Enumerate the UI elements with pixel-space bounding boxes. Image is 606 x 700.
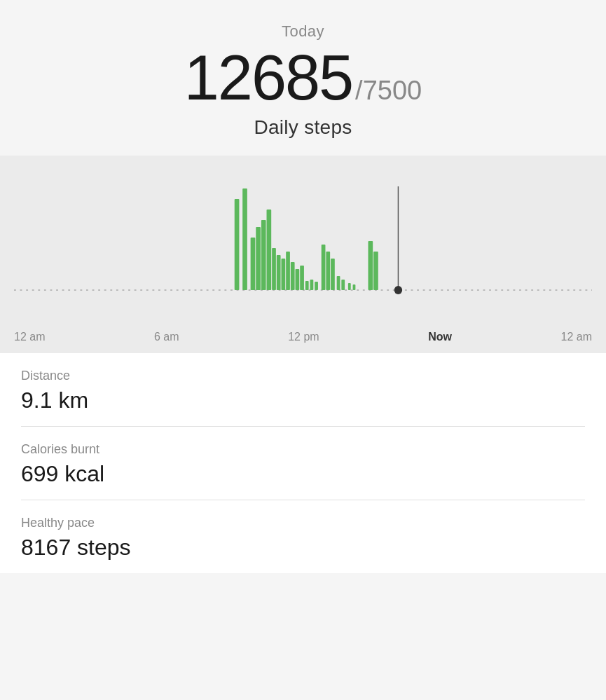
svg-rect-5 xyxy=(261,220,266,290)
svg-rect-20 xyxy=(337,276,340,290)
header-section: Today 12685 /7500 Daily steps xyxy=(0,0,606,156)
time-label-6am: 6 am xyxy=(154,331,179,343)
svg-rect-16 xyxy=(315,282,318,290)
calories-value: 699 kcal xyxy=(21,461,585,487)
time-label-noon: 12 pm xyxy=(288,331,319,343)
steps-count: 12685 /7500 xyxy=(14,46,592,109)
steps-chart xyxy=(14,179,592,306)
svg-rect-21 xyxy=(341,280,345,290)
svg-rect-6 xyxy=(267,210,272,290)
stat-calories: Calories burnt 699 kcal xyxy=(21,427,585,500)
svg-rect-24 xyxy=(368,241,373,290)
svg-rect-15 xyxy=(310,280,314,290)
svg-rect-11 xyxy=(291,262,295,290)
svg-rect-19 xyxy=(331,259,335,290)
stat-distance: Distance 9.1 km xyxy=(21,353,585,426)
svg-rect-3 xyxy=(251,238,256,290)
today-label: Today xyxy=(14,22,592,41)
calories-label: Calories burnt xyxy=(21,442,585,457)
distance-value: 9.1 km xyxy=(21,387,585,413)
svg-rect-22 xyxy=(348,283,351,290)
svg-rect-13 xyxy=(300,266,304,290)
steps-label: Daily steps xyxy=(14,116,592,139)
chart-container xyxy=(0,172,606,327)
steps-goal-value: /7500 xyxy=(355,76,422,106)
svg-rect-1 xyxy=(235,199,240,290)
healthy-pace-label: Healthy pace xyxy=(21,516,585,530)
svg-rect-9 xyxy=(282,259,286,290)
svg-rect-8 xyxy=(277,255,281,290)
healthy-pace-value: 8167 steps xyxy=(21,535,585,561)
svg-point-27 xyxy=(394,286,402,294)
time-label-start: 12 am xyxy=(14,331,45,343)
chart-section: 12 am 6 am 12 pm Now 12 am xyxy=(0,156,606,353)
svg-rect-2 xyxy=(242,188,247,290)
svg-rect-12 xyxy=(296,269,300,290)
distance-label: Distance xyxy=(21,369,585,383)
time-label-now: Now xyxy=(428,331,452,343)
svg-rect-14 xyxy=(305,281,309,290)
svg-rect-23 xyxy=(353,284,356,290)
svg-rect-4 xyxy=(256,227,261,290)
stats-section: Distance 9.1 km Calories burnt 699 kcal … xyxy=(0,353,606,573)
steps-main-value: 12685 xyxy=(184,46,352,109)
svg-rect-17 xyxy=(322,245,326,290)
stat-healthy-pace: Healthy pace 8167 steps xyxy=(21,500,585,573)
svg-rect-7 xyxy=(272,248,276,290)
time-axis: 12 am 6 am 12 pm Now 12 am xyxy=(0,327,606,353)
svg-rect-25 xyxy=(373,252,378,290)
time-label-end: 12 am xyxy=(560,331,591,343)
svg-rect-18 xyxy=(326,252,330,290)
svg-rect-10 xyxy=(286,252,290,290)
